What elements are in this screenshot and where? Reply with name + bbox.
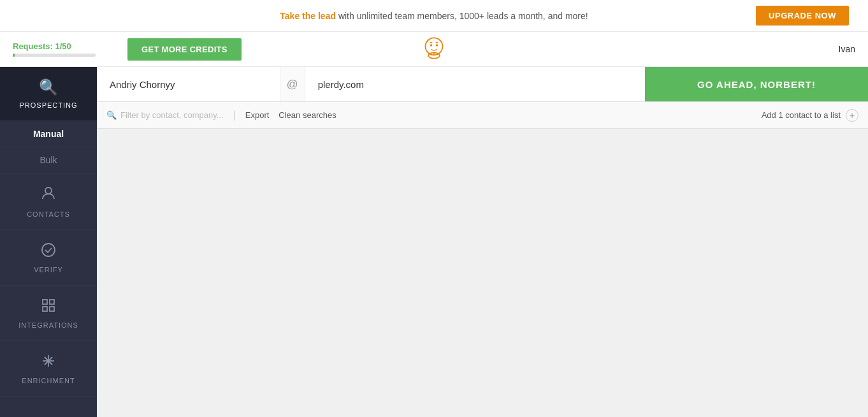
sidebar-item-integrations[interactable]: INTEGRATIONS [0, 286, 97, 341]
filter-placeholder-text: Filter by contact, company... [120, 110, 224, 120]
filter-search: 🔍 Filter by contact, company... [106, 110, 224, 120]
svg-rect-7 [43, 300, 47, 304]
requests-progress-bar [13, 54, 96, 57]
svg-point-3 [436, 44, 438, 47]
sidebar-contacts-label: CONTACTS [27, 210, 70, 218]
svg-rect-9 [43, 307, 47, 311]
filter-search-icon: 🔍 [106, 110, 117, 120]
add-contact-plus-button[interactable]: + [846, 109, 858, 122]
add-contact-label: Add 1 contact to a list [762, 110, 841, 120]
banner-suffix-text: with unlimited team members, 1000+ leads… [338, 11, 588, 21]
search-icon: 🔍 [39, 78, 58, 96]
svg-point-5 [45, 187, 52, 194]
at-symbol: @ [280, 67, 305, 101]
filter-bar: 🔍 Filter by contact, company... | Export… [97, 102, 868, 129]
sidebar-verify-label: VERIFY [34, 266, 63, 274]
top-banner: Take the lead with unlimited team member… [0, 0, 868, 32]
main-layout: 🔍 PROSPECTING Manual Bulk CONTACTS [0, 67, 868, 417]
sidebar-sub-item-bulk[interactable]: Bulk [0, 147, 97, 173]
banner-text: Take the lead with unlimited team member… [280, 11, 588, 21]
go-button[interactable]: GO AHEAD, NORBERT! [645, 67, 868, 101]
integrations-icon [40, 297, 57, 316]
svg-rect-10 [50, 307, 54, 311]
add-contact-area: Add 1 contact to a list + [762, 109, 858, 122]
enrichment-icon [40, 353, 57, 372]
get-credits-button[interactable]: GET MORE CREDITS [127, 38, 242, 61]
svg-point-6 [42, 244, 55, 256]
sidebar-integrations-label: INTEGRATIONS [18, 321, 78, 329]
user-name: Ivan [839, 44, 855, 54]
filter-divider: | [233, 110, 236, 121]
clean-searches-button[interactable]: Clean searches [278, 110, 336, 120]
export-button[interactable]: Export [245, 110, 270, 120]
sidebar-enrichment-label: ENRICHMENT [22, 377, 75, 384]
search-name-input[interactable]: Andriy Chornyy [97, 67, 280, 101]
sidebar-item-contacts[interactable]: CONTACTS [0, 173, 97, 230]
logo [420, 34, 449, 65]
header-bar: Requests: 1/50 GET MORE CREDITS Ivan [0, 32, 868, 67]
requests-progress-fill [13, 54, 15, 57]
sidebar-item-prospecting[interactable]: 🔍 PROSPECTING [0, 67, 97, 121]
svg-rect-8 [50, 300, 54, 304]
person-icon [40, 185, 57, 205]
requests-container: Requests: 1/50 [13, 41, 115, 57]
search-domain-input[interactable]: plerdy.com [305, 67, 645, 101]
sidebar-sub-item-manual[interactable]: Manual [0, 121, 97, 147]
sidebar-prospecting-label: PROSPECTING [19, 101, 77, 109]
upgrade-button[interactable]: UPGRADE NOW [756, 6, 849, 26]
empty-content [97, 129, 868, 417]
sidebar: 🔍 PROSPECTING Manual Bulk CONTACTS [0, 67, 97, 417]
requests-label: Requests: 1/50 [13, 41, 71, 51]
verify-icon [40, 242, 57, 261]
banner-lead-text: Take the lead [280, 11, 336, 21]
content-area: Andriy Chornyy @ plerdy.com GO AHEAD, NO… [97, 67, 868, 417]
sidebar-item-verify[interactable]: VERIFY [0, 230, 97, 286]
search-bar: Andriy Chornyy @ plerdy.com GO AHEAD, NO… [97, 67, 868, 102]
sidebar-item-enrichment[interactable]: ENRICHMENT [0, 341, 97, 397]
svg-point-2 [430, 44, 433, 47]
